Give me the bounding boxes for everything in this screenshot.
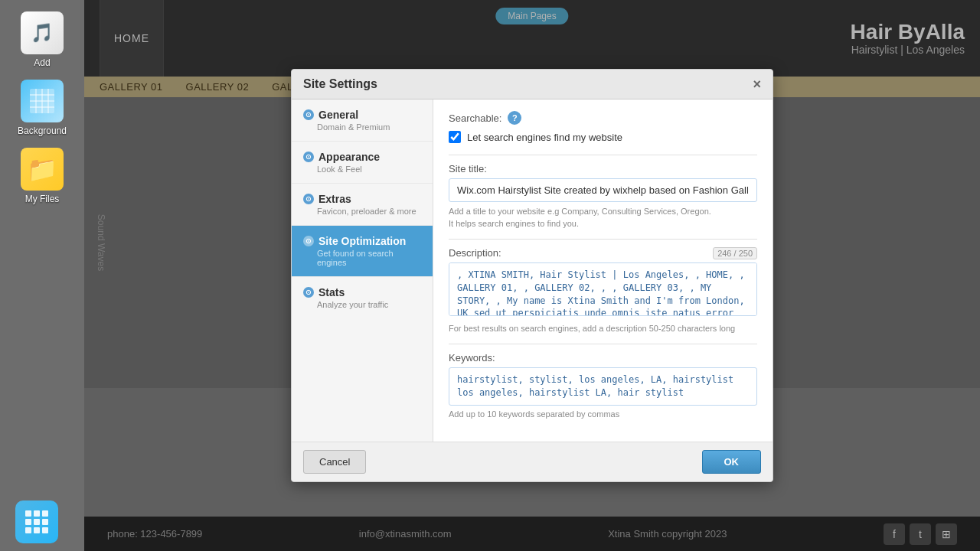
grid-dot-1 (25, 510, 31, 517)
sidebar-item-optimization-name: ⊙ Site Optimization (303, 235, 421, 247)
background-icon-label: Background (18, 126, 67, 136)
sidebar-item-extras-name: ⊙ Extras (303, 193, 421, 205)
sidebar-item-general-name: ⊙ General (303, 109, 421, 121)
site-settings-modal: Site Settings × ⊙ General Domain & Premi… (291, 69, 773, 482)
searchable-checkbox[interactable] (449, 131, 461, 143)
site-title-hint: Add a title to your website e.g Company,… (449, 206, 757, 230)
sidebar-item-stats[interactable]: ⊙ Stats Analyze your traffic (292, 277, 433, 318)
sidebar-item-general[interactable]: ⊙ General Domain & Premium (292, 99, 433, 142)
site-title-label: Site title: (449, 163, 757, 174)
stats-icon: ⊙ (303, 287, 314, 298)
searchable-checkbox-label[interactable]: Let search engines find my website (467, 132, 622, 143)
searchable-section: Searchable: ? (449, 111, 757, 125)
sidebar-item-extras[interactable]: ⊙ Extras Favicon, preloader & more (292, 184, 433, 226)
sidebar-item-stats-name: ⊙ Stats (303, 286, 421, 298)
searchable-label: Searchable: (449, 112, 501, 124)
background-icon[interactable]: Background (8, 76, 77, 140)
grid-dot-6 (42, 519, 48, 525)
searchable-checkbox-row: Let search engines find my website (449, 131, 757, 143)
my-files-icon-label: My Files (25, 194, 60, 204)
sidebar-item-extras-desc: Favicon, preloader & more (303, 207, 421, 222)
background-svg (28, 87, 56, 115)
my-files-icon-img: 📁 (21, 148, 64, 191)
grid-dots (25, 510, 48, 533)
extras-icon: ⊙ (303, 194, 314, 204)
general-icon: ⊙ (303, 109, 314, 120)
keywords-hint: Add up to 10 keywords separated by comma… (449, 409, 757, 420)
divider-1 (449, 155, 757, 155)
app-grid-icon[interactable] (15, 500, 58, 543)
site-title-input[interactable] (449, 178, 757, 202)
website-area: HOME Main Pages Hair ByAlla Hairstylist … (84, 0, 980, 551)
add-icon-label: Add (34, 57, 50, 68)
add-icon-img: 🎵 (21, 11, 64, 54)
keywords-textarea[interactable] (449, 367, 757, 406)
grid-dot-4 (25, 519, 31, 525)
modal-sidebar: ⊙ General Domain & Premium ⊙ Appearance … (292, 99, 433, 442)
description-hint: For best results on search engines, add … (449, 323, 757, 334)
sidebar-item-appearance-desc: Look & Feel (303, 165, 421, 180)
modal-title: Site Settings (303, 77, 377, 91)
searchable-help-icon[interactable]: ? (508, 111, 521, 125)
grid-dot-2 (34, 510, 40, 517)
grid-dot-5 (34, 519, 40, 525)
sidebar-item-site-optimization[interactable]: ⊙ Site Optimization Get found on search … (292, 226, 433, 277)
appearance-icon: ⊙ (303, 152, 314, 162)
sidebar-item-optimization-desc: Get found on search engines (303, 249, 421, 273)
modal-footer: Cancel OK (292, 442, 773, 481)
description-label: Description: (449, 247, 757, 259)
ok-button[interactable]: OK (702, 450, 762, 474)
modal-body: ⊙ General Domain & Premium ⊙ Appearance … (292, 99, 773, 442)
description-wrapper: 246 / 250 (449, 262, 757, 319)
grid-dot-8 (34, 527, 40, 533)
divider-2 (449, 239, 757, 240)
sidebar-item-appearance[interactable]: ⊙ Appearance Look & Feel (292, 142, 433, 184)
char-count: 246 / 250 (713, 247, 757, 259)
sidebar-item-general-desc: Domain & Premium (303, 122, 421, 138)
optimization-icon: ⊙ (303, 236, 314, 246)
add-icon[interactable]: 🎵 Add (8, 8, 77, 72)
sidebar-item-stats-desc: Analyze your traffic (303, 300, 421, 315)
my-files-icon[interactable]: 📁 My Files (8, 144, 77, 208)
grid-dot-9 (42, 527, 48, 533)
desktop-icons: 🎵 Add Background 📁 My Files (0, 0, 84, 551)
description-textarea[interactable] (449, 262, 757, 316)
background-icon-img (21, 80, 64, 122)
divider-3 (449, 344, 757, 344)
modal-right-content: Searchable: ? Let search engines find my… (433, 99, 773, 442)
cancel-button[interactable]: Cancel (303, 450, 366, 474)
sidebar-item-appearance-name: ⊙ Appearance (303, 151, 421, 163)
modal-overlay: Site Settings × ⊙ General Domain & Premi… (84, 0, 980, 551)
taskbar-area (15, 500, 58, 543)
keywords-label: Keywords: (449, 352, 757, 364)
grid-dot-7 (25, 527, 31, 533)
modal-close-button[interactable]: × (753, 77, 761, 91)
grid-dot-3 (42, 510, 48, 517)
modal-header: Site Settings × (292, 70, 773, 99)
